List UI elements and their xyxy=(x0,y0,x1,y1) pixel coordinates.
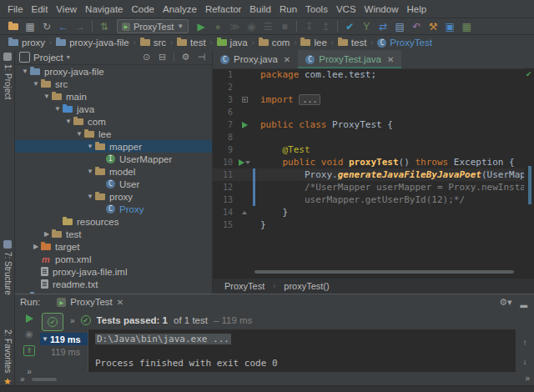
collapse-all-icon[interactable]: ⊟ xyxy=(156,52,169,63)
fold-close-icon[interactable] xyxy=(242,211,247,214)
run-settings-gear-icon[interactable]: ⚙▾ xyxy=(499,297,511,308)
tree-item-src[interactable]: ▼src xyxy=(15,78,212,90)
run-line-icon[interactable] xyxy=(239,159,244,166)
more-chevron-right-icon[interactable]: » xyxy=(525,374,530,383)
code-line-text[interactable]: userMapper.getUserById(12);*/ xyxy=(255,193,465,206)
project-structure-icon[interactable]: ⚒ xyxy=(425,19,441,34)
tree-item-Proxy[interactable]: CProxy xyxy=(15,203,212,215)
sidebar-item-structure[interactable]: 7: Structure xyxy=(0,240,15,295)
expand-icon[interactable]: » xyxy=(70,316,75,325)
gutter[interactable] xyxy=(236,159,253,166)
breadcrumb-proxy-java-file[interactable]: proxy-java-file xyxy=(54,38,131,48)
more-chevron-icon[interactable]: » xyxy=(20,374,25,384)
test-tree-child-row[interactable]: 119 ms xyxy=(40,345,88,358)
vcs-update-icon[interactable]: ✔ xyxy=(341,19,358,34)
line-number[interactable]: 11 xyxy=(213,168,236,181)
breadcrumb-proxy[interactable]: proxy xyxy=(7,38,47,48)
console-command-line[interactable]: D:\Java\bin\java.exe ... xyxy=(95,334,231,344)
show-passed-toggle[interactable]: ✔ xyxy=(42,313,63,331)
test-tree-root-row[interactable]: ▼ 119 ms xyxy=(40,333,88,345)
editor-horizontal-scrollbar[interactable] xyxy=(254,270,514,274)
close-icon[interactable]: ✕ xyxy=(284,55,290,64)
tab-ProxyTest.java[interactable]: CProxyTest.java✕ xyxy=(298,50,401,68)
tree-item-proxy-java-file.iml[interactable]: proxy-java-file.iml xyxy=(15,265,212,278)
back-icon[interactable]: ← xyxy=(55,19,72,34)
import-test-results-icon[interactable]: ⇑ xyxy=(23,345,35,356)
breadcrumb-com[interactable]: com xyxy=(257,38,292,48)
tree-item-com[interactable]: ▼com xyxy=(15,115,212,128)
menu-window[interactable]: Window xyxy=(360,2,403,17)
chevron-down-icon[interactable]: ▼ xyxy=(40,335,50,343)
menu-analyze[interactable]: Analyze xyxy=(159,2,201,17)
tree-item-readme.txt[interactable]: readme.txt xyxy=(15,278,212,290)
expand-arrow-icon[interactable]: ▼ xyxy=(20,68,30,75)
breadcrumb-ProxyTest[interactable]: CProxyTest xyxy=(375,38,434,48)
line-number[interactable]: 10 xyxy=(213,156,236,168)
run-line-icon[interactable] xyxy=(242,122,248,128)
run-configuration-select[interactable]: ▶ProxyTest▼ xyxy=(117,19,189,33)
tree-item-mapper[interactable]: ▼mapper xyxy=(15,140,212,153)
fold-expand-icon[interactable]: + xyxy=(242,97,248,103)
rollback-icon[interactable]: ↶ xyxy=(408,19,425,34)
forward-icon[interactable]: → xyxy=(72,19,88,34)
down-arrow-icon[interactable]: ↓ xyxy=(523,357,527,366)
dump-threads-icon[interactable]: ↥ xyxy=(317,19,334,34)
open-icon[interactable] xyxy=(5,19,22,34)
tree-item-lee[interactable]: ▼lee xyxy=(15,128,212,140)
code-line-text[interactable]: package com.lee.test; xyxy=(255,68,376,81)
chevron-down-icon[interactable]: ▾ xyxy=(67,53,70,61)
minimize-panel-icon[interactable]: ▂ xyxy=(521,297,527,308)
tree-item-User[interactable]: CUser xyxy=(15,178,212,190)
menu-run[interactable]: Run xyxy=(275,2,301,17)
expand-arrow-icon[interactable]: ▼ xyxy=(42,93,52,100)
editor-breadcrumb-0[interactable]: ProxyTest xyxy=(224,281,264,291)
run-console[interactable]: D:\Java\bin\java.exe ... Process finishe… xyxy=(88,329,516,372)
tree-item-model[interactable]: ▼model xyxy=(15,165,212,178)
tree-horizontal-scrollbar[interactable] xyxy=(32,378,57,381)
expand-arrow-icon[interactable]: ▶ xyxy=(42,230,52,238)
menu-view[interactable]: View xyxy=(52,2,81,17)
code-line-text[interactable]: Proxy.generateJavaFileByJavaPoet(UserMap… xyxy=(255,168,524,181)
breadcrumb-test[interactable]: test xyxy=(336,38,369,48)
sidebar-item-favorites[interactable]: 2: Favorites ★ xyxy=(0,329,15,387)
line-number[interactable]: 2 xyxy=(213,81,236,93)
save-all-icon[interactable]: ▦ xyxy=(22,19,38,34)
tree-item-UserMapper[interactable]: IUserMapper xyxy=(15,153,212,165)
stop-icon[interactable]: ■ xyxy=(276,19,293,34)
menu-file[interactable]: File xyxy=(3,2,28,17)
code-line-text[interactable]: public class ProxyTest { xyxy=(255,118,393,131)
rerun-failed-icon[interactable]: ◉ xyxy=(25,329,33,339)
tree-item-test[interactable]: ▶test xyxy=(15,228,212,240)
line-number[interactable]: 14 xyxy=(213,206,236,219)
line-number[interactable]: 1 xyxy=(213,68,236,81)
breadcrumb-test[interactable]: test xyxy=(175,38,208,48)
menu-edit[interactable]: Edit xyxy=(28,2,53,17)
code-line-text[interactable]: } xyxy=(255,219,266,231)
gutter[interactable]: + xyxy=(236,97,253,103)
expand-arrow-icon[interactable]: ▼ xyxy=(85,143,95,150)
run-tab-proxytest[interactable]: ▶ ProxyTest ✕ xyxy=(57,297,123,307)
menu-refactor[interactable]: Refactor xyxy=(201,2,245,17)
line-number[interactable]: 12 xyxy=(213,181,236,193)
tree-item-pom.xml[interactable]: mpom.xml xyxy=(15,253,212,265)
editor-scrollbar[interactable]: ✔ xyxy=(524,68,534,265)
code-line-text[interactable]: } xyxy=(255,206,288,219)
debug-icon[interactable]: ● xyxy=(209,19,226,34)
line-number[interactable]: 13 xyxy=(213,193,236,206)
profiler-icon[interactable]: ◉ xyxy=(243,19,259,34)
code-line-text[interactable]: @Test xyxy=(255,143,310,156)
sidebar-item-project[interactable]: 1: Project xyxy=(0,53,15,99)
breadcrumb-src[interactable]: src xyxy=(139,38,168,48)
close-icon[interactable]: ✕ xyxy=(117,298,123,307)
expand-arrow-icon[interactable]: ▼ xyxy=(85,168,95,175)
locate-file-icon[interactable]: ⊙ xyxy=(140,52,153,63)
fold-open-icon[interactable] xyxy=(245,161,250,164)
tree-item-main[interactable]: ▼main xyxy=(15,90,212,103)
code-line-text[interactable]: public void proxyTest() throws Exception… xyxy=(255,156,515,168)
tree-item-resources[interactable]: resources xyxy=(15,215,212,228)
attach-debugger-icon[interactable]: ↧ xyxy=(300,19,317,34)
tree-item-target[interactable]: ▶target xyxy=(15,240,212,253)
hide-panel-icon[interactable]: ⊣ xyxy=(195,52,208,63)
line-number[interactable]: 15 xyxy=(213,219,236,231)
expand-arrow-icon[interactable]: ▼ xyxy=(53,105,63,113)
